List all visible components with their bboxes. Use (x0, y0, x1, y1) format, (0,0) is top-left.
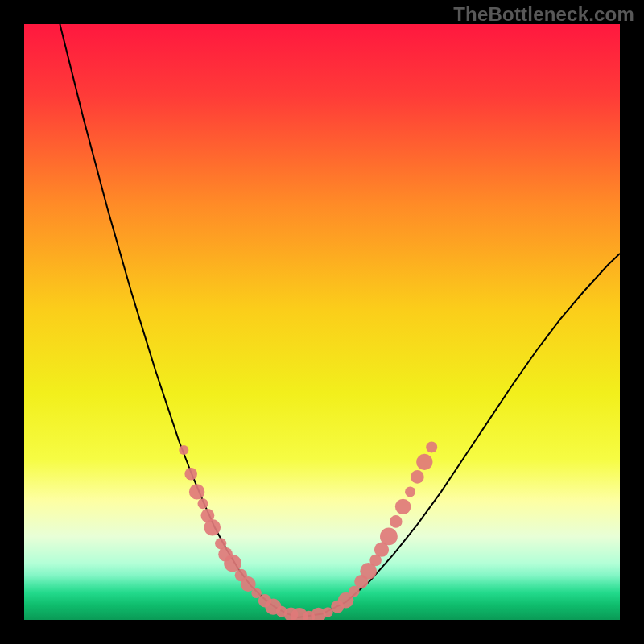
gradient-background (24, 24, 620, 620)
overlay-dot (405, 486, 415, 497)
chart-frame: TheBottleneck.com (0, 0, 644, 644)
overlay-dot (189, 484, 204, 499)
overlay-dot (380, 528, 398, 546)
chart-svg (24, 24, 620, 620)
watermark-text: TheBottleneck.com (453, 3, 634, 26)
overlay-dot (411, 470, 424, 484)
overlay-dot (204, 519, 221, 536)
overlay-dot (426, 441, 437, 452)
overlay-dot (416, 454, 432, 470)
plot-area (24, 24, 620, 620)
overlay-dot (390, 515, 402, 528)
overlay-dot (184, 468, 197, 481)
overlay-dot (224, 555, 242, 572)
overlay-dot (395, 499, 411, 514)
overlay-dot (179, 445, 188, 455)
overlay-dot (198, 498, 208, 509)
